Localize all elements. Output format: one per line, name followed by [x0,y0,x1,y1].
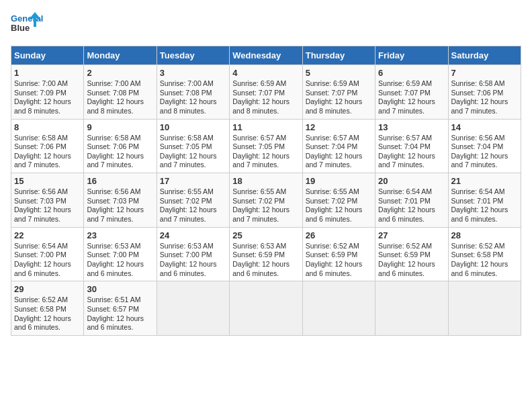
day-number: 3 [160,68,226,78]
day-number: 7 [451,68,518,78]
day-info: Sunset: 7:04 PM [306,142,372,152]
day-info: and 6 minutes. [232,269,299,279]
day-number: 6 [378,68,445,78]
calendar-cell: 23Sunrise: 6:53 AMSunset: 7:00 PMDayligh… [84,227,157,281]
calendar-cell: 4Sunrise: 6:59 AMSunset: 7:07 PMDaylight… [230,65,302,120]
day-number: 9 [87,122,153,132]
day-number: 22 [14,230,81,240]
calendar-cell: 1Sunrise: 7:00 AMSunset: 7:09 PMDaylight… [11,65,84,120]
col-header-sunday: Sunday [11,46,84,65]
day-info: Sunset: 6:59 PM [232,250,299,260]
day-info: Sunset: 7:08 PM [87,89,153,98]
day-info: Sunset: 7:09 PM [14,89,81,98]
calendar-cell: 3Sunrise: 7:00 AMSunset: 7:08 PMDaylight… [157,65,229,120]
day-info: Daylight: 12 hours [306,97,372,107]
calendar-cell: 20Sunrise: 6:54 AMSunset: 7:01 PMDayligh… [375,173,448,228]
day-info: Daylight: 12 hours [378,152,445,161]
calendar-cell: 27Sunrise: 6:52 AMSunset: 6:59 PMDayligh… [375,227,448,281]
calendar-cell: 17Sunrise: 6:55 AMSunset: 7:02 PMDayligh… [157,173,229,228]
day-info: Daylight: 12 hours [14,97,81,107]
day-info: Sunset: 7:03 PM [87,197,153,206]
calendar-cell: 5Sunrise: 6:59 AMSunset: 7:07 PMDaylight… [302,65,375,120]
day-info: Daylight: 12 hours [160,152,226,161]
week-row: 8Sunrise: 6:58 AMSunset: 7:06 PMDaylight… [11,119,521,173]
col-header-saturday: Saturday [448,46,521,65]
week-row: 29Sunrise: 6:52 AMSunset: 6:58 PMDayligh… [11,281,521,336]
calendar-cell: 30Sunrise: 6:51 AMSunset: 6:57 PMDayligh… [84,281,157,336]
day-info: Sunrise: 6:55 AM [160,187,226,197]
calendar-cell [230,281,302,336]
day-info: Daylight: 12 hours [306,260,372,269]
calendar-cell: 22Sunrise: 6:54 AMSunset: 7:00 PMDayligh… [11,227,84,281]
day-number: 2 [87,68,153,78]
day-info: and 8 minutes. [160,107,226,116]
day-info: and 6 minutes. [14,269,81,279]
day-info: Sunrise: 6:52 AM [378,242,445,251]
day-info: Sunrise: 6:58 AM [87,134,153,143]
day-info: and 7 minutes. [87,161,153,170]
week-row: 15Sunrise: 6:56 AMSunset: 7:03 PMDayligh… [11,173,521,228]
day-info: Daylight: 12 hours [378,260,445,269]
day-info: Daylight: 12 hours [14,314,81,324]
calendar-cell: 14Sunrise: 6:56 AMSunset: 7:04 PMDayligh… [448,119,521,173]
day-number: 30 [87,284,153,294]
day-info: and 6 minutes. [378,215,445,224]
day-info: Daylight: 12 hours [87,97,153,107]
calendar-cell [375,281,448,336]
day-number: 28 [451,230,518,240]
day-number: 19 [306,176,372,186]
day-info: Daylight: 12 hours [160,260,226,269]
day-info: Sunrise: 6:59 AM [378,79,445,89]
day-info: Sunrise: 6:58 AM [451,79,518,89]
day-info: Daylight: 12 hours [160,205,226,215]
day-info: Sunrise: 6:54 AM [451,187,518,197]
calendar-cell: 6Sunrise: 6:59 AMSunset: 7:07 PMDaylight… [375,65,448,120]
day-info: Daylight: 12 hours [14,152,81,161]
day-info: Sunrise: 6:56 AM [14,187,81,197]
day-info: Sunrise: 6:52 AM [451,242,518,251]
day-info: Sunset: 7:06 PM [451,89,518,98]
page-header: General Blue [11,11,521,38]
day-info: Daylight: 12 hours [306,152,372,161]
day-number: 8 [14,122,81,132]
day-info: Sunrise: 6:59 AM [232,79,299,89]
day-info: Daylight: 12 hours [160,97,226,107]
day-info: and 6 minutes. [87,269,153,279]
day-info: Daylight: 12 hours [451,152,518,161]
day-info: and 7 minutes. [232,161,299,170]
day-info: and 7 minutes. [160,215,226,224]
day-number: 29 [14,284,81,294]
day-info: and 6 minutes. [87,323,153,332]
calendar-cell: 7Sunrise: 6:58 AMSunset: 7:06 PMDaylight… [448,65,521,120]
day-number: 18 [232,176,299,186]
calendar-table: SundayMondayTuesdayWednesdayThursdayFrid… [11,46,521,336]
day-info: Sunrise: 7:00 AM [160,79,226,89]
day-info: Sunset: 7:00 PM [160,250,226,260]
day-info: Sunset: 7:00 PM [87,250,153,260]
calendar-cell [157,281,229,336]
day-number: 5 [306,68,372,78]
day-info: Sunset: 7:07 PM [232,89,299,98]
day-info: Sunrise: 6:56 AM [451,134,518,143]
day-number: 20 [378,176,445,186]
day-info: Daylight: 12 hours [232,260,299,269]
day-info: Daylight: 12 hours [14,205,81,215]
day-info: Sunrise: 6:55 AM [232,187,299,197]
day-info: Sunrise: 6:54 AM [378,187,445,197]
calendar-cell: 21Sunrise: 6:54 AMSunset: 7:01 PMDayligh… [448,173,521,228]
week-row: 1Sunrise: 7:00 AMSunset: 7:09 PMDaylight… [11,65,521,120]
day-info: Sunrise: 6:52 AM [306,242,372,251]
day-info: Daylight: 12 hours [232,205,299,215]
calendar-cell: 10Sunrise: 6:58 AMSunset: 7:05 PMDayligh… [157,119,229,173]
day-info: Sunset: 6:58 PM [451,250,518,260]
day-info: Sunrise: 6:59 AM [306,79,372,89]
calendar-cell: 19Sunrise: 6:55 AMSunset: 7:02 PMDayligh… [302,173,375,228]
day-number: 26 [306,230,372,240]
day-info: and 7 minutes. [14,161,81,170]
day-info: Sunrise: 6:53 AM [232,242,299,251]
day-info: Sunrise: 6:57 AM [232,134,299,143]
day-number: 27 [378,230,445,240]
day-info: Sunset: 7:01 PM [378,197,445,206]
day-info: and 7 minutes. [378,107,445,116]
day-info: Sunrise: 6:58 AM [160,134,226,143]
